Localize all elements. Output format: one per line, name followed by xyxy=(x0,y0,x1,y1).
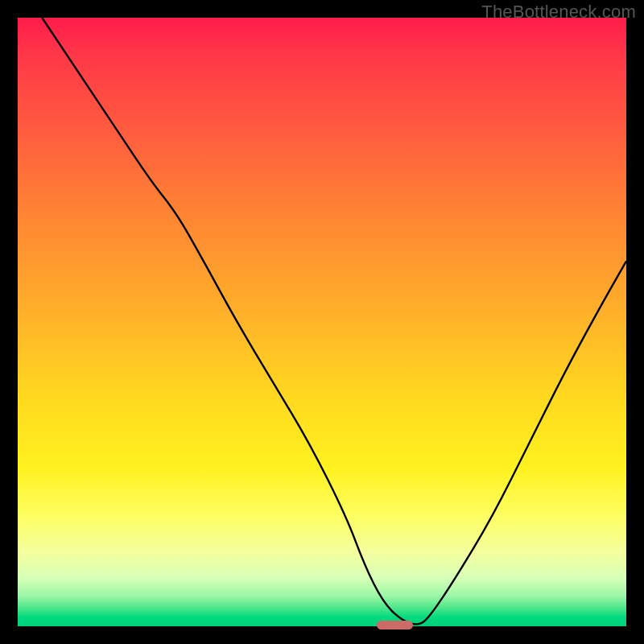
bottleneck-curve xyxy=(42,18,626,624)
optimal-marker xyxy=(377,621,413,630)
chart-frame: TheBottleneck.com xyxy=(0,0,644,644)
bottleneck-curve-svg xyxy=(18,18,626,626)
watermark-text: TheBottleneck.com xyxy=(481,2,636,23)
